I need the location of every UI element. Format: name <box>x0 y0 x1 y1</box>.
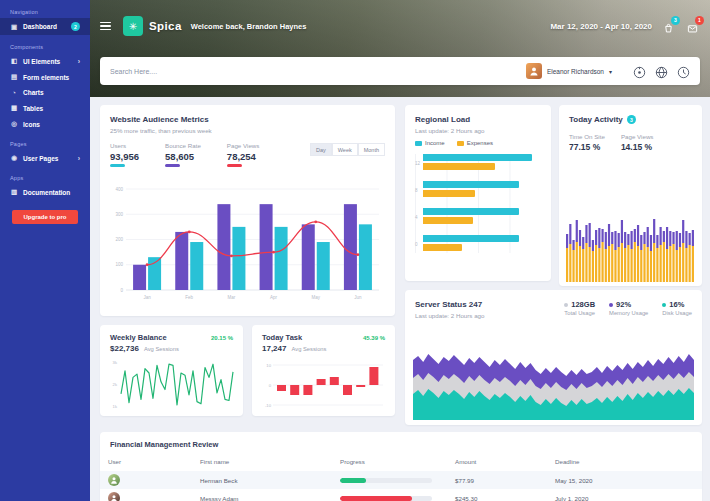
audience-chart: 0100200300400JanFebMarAprMayJun <box>110 183 385 310</box>
axis-tick-label: 8 <box>415 188 423 193</box>
sidebar-item-label: UI Elements <box>23 58 60 65</box>
deadline-cell: May 15, 2020 <box>547 477 702 484</box>
sidebar-item-user-pages[interactable]: ◉User Pages› <box>0 150 90 166</box>
mail-badge: 1 <box>695 16 704 25</box>
stat-dot <box>662 303 666 307</box>
server-stat-memory-usage: 92%Memory Usage <box>609 300 648 316</box>
sidebar-item-documentation[interactable]: ▧Documentation <box>0 184 90 200</box>
legend-swatch <box>457 141 464 146</box>
sidebar-item-icons[interactable]: ◎Icons <box>0 116 90 132</box>
stat-time-on-site: Time On Site 77.15 % <box>569 133 605 152</box>
stat-label: Memory Usage <box>609 310 648 316</box>
user-menu[interactable]: Eleanor Richardson ▾ <box>526 63 612 79</box>
svg-text:3k: 3k <box>113 360 118 365</box>
icons-icon: ◎ <box>10 120 18 128</box>
legend-income: Income <box>415 140 445 146</box>
range-day-button[interactable]: Day <box>310 143 332 156</box>
chevron-right-icon: › <box>78 58 80 65</box>
progress-cell <box>332 496 447 501</box>
card-title: Regional Load <box>415 115 541 124</box>
svg-text:Jun: Jun <box>354 295 362 300</box>
activity-stats: Time On Site 77.15 % Page Views 14.15 % <box>569 133 692 152</box>
target-icon[interactable] <box>633 65 646 78</box>
regional-bar-group: 0 <box>415 235 541 253</box>
deadline-cell: July 1, 2020 <box>547 495 702 501</box>
stat-value: 16% <box>669 300 684 309</box>
sidebar-item-dashboard[interactable]: ▣Dashboard2 <box>0 18 90 35</box>
svg-text:Jan: Jan <box>143 295 151 300</box>
stat-label: Disk Usage <box>662 310 692 316</box>
progress-bar <box>340 478 432 483</box>
date-range[interactable]: Mar 12, 2020 - Apr 10, 2020 <box>550 22 652 31</box>
sidebar-item-label: Form elements <box>23 74 69 81</box>
range-buttons: Day Week Month <box>310 143 385 156</box>
cart-icon[interactable]: 3 <box>663 20 676 33</box>
legend-swatch <box>415 141 422 146</box>
sidebar-section-label: Apps <box>0 166 90 184</box>
sidebar-item-ui-elements[interactable]: ◧UI Elements› <box>0 53 90 69</box>
today-task-chart: 100-10 <box>260 357 387 413</box>
sidebar-item-charts[interactable]: ◔Charts <box>0 85 90 100</box>
legend-expenses: Expenses <box>457 140 493 146</box>
svg-text:Mar: Mar <box>228 295 236 300</box>
regional-bar-group: 4 <box>415 208 541 226</box>
progress-fill <box>340 478 366 483</box>
user-cell <box>100 492 192 501</box>
svg-text:100: 100 <box>115 262 123 267</box>
globe-icon[interactable] <box>655 65 668 78</box>
table-row[interactable]: Herman Beck$77.99May 15, 2020 <box>100 471 702 489</box>
menu-icon[interactable] <box>100 22 111 31</box>
card-subtitle: 25% more traffic, than previous week <box>110 127 385 134</box>
stat-label: Total Usage <box>564 310 595 316</box>
upgrade-to-pro-button[interactable]: Upgrade to pro <box>12 210 78 224</box>
svg-text:-10: -10 <box>265 403 272 408</box>
sidebar-section-label: Navigation <box>0 0 90 18</box>
chevron-right-icon: › <box>78 155 80 162</box>
mail-icon[interactable]: 1 <box>687 20 700 33</box>
bar-income <box>423 154 532 161</box>
bar-expenses <box>423 217 473 224</box>
svg-text:Feb: Feb <box>185 295 193 300</box>
stat-dot <box>564 303 568 307</box>
regional-bar-group: 12 <box>415 154 541 172</box>
progress-fill <box>340 496 412 501</box>
chart-legend: Income Expenses <box>415 140 541 146</box>
tables-icon: ▦ <box>10 104 18 112</box>
card-title: Today Activity <box>569 115 623 124</box>
sidebar-item-label: Documentation <box>23 189 70 196</box>
stat-underline <box>227 164 242 167</box>
spica-logo-icon[interactable]: ✳ <box>123 16 143 36</box>
clock-icon[interactable] <box>677 65 690 78</box>
user-cell <box>100 474 192 486</box>
app-name: Spica <box>149 20 182 32</box>
card-title: Weekly Balance <box>110 333 167 342</box>
progress-bar <box>340 496 432 501</box>
range-week-button[interactable]: Week <box>332 143 358 156</box>
stat-dot <box>609 303 613 307</box>
server-status-chart <box>413 348 694 420</box>
axis-tick-label: 4 <box>415 215 423 220</box>
svg-text:1k: 1k <box>113 404 118 409</box>
sidebar-section-label: Components <box>0 35 90 53</box>
regional-load-chart: 12840 <box>415 154 541 253</box>
stat-value: 92% <box>616 300 631 309</box>
table-row[interactable]: Messsy Adam$245.30July 1, 2020 <box>100 489 702 501</box>
today-activity-card: Today Activity 3 Time On Site 77.15 % Pa… <box>559 105 702 286</box>
audience-metrics-card: Website Audience Metrics 25% more traffi… <box>100 105 395 316</box>
sidebar-item-form-elements[interactable]: ▤Form elements <box>0 69 90 85</box>
regional-bar-group: 8 <box>415 181 541 199</box>
sidebar-item-label: User Pages <box>23 155 58 162</box>
svg-text:0: 0 <box>269 383 272 388</box>
dashboard-icon: ▣ <box>10 23 18 31</box>
search-input[interactable] <box>110 68 526 75</box>
avatar <box>108 474 120 486</box>
today-activity-chart <box>566 204 695 282</box>
sidebar-badge: 2 <box>71 22 80 31</box>
range-month-button[interactable]: Month <box>358 143 385 156</box>
axis-tick-label: 0 <box>415 242 423 247</box>
chevron-down-icon: ▾ <box>609 68 612 75</box>
svg-text:10: 10 <box>266 363 271 368</box>
bar-expenses <box>423 163 495 170</box>
bar-income <box>423 181 519 188</box>
sidebar-item-tables[interactable]: ▦Tables <box>0 100 90 116</box>
